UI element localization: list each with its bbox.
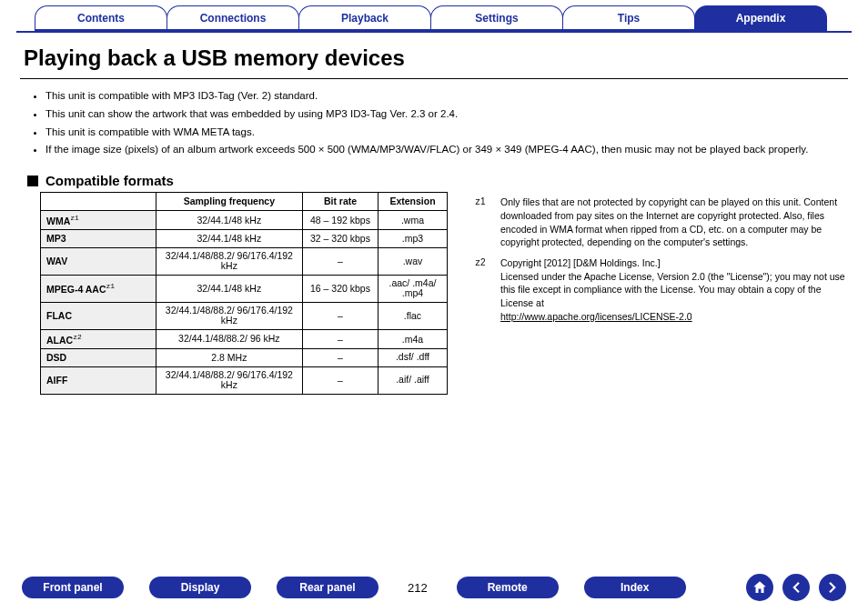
nav-rear-panel[interactable]: Rear panel xyxy=(277,577,378,598)
license-link[interactable]: http://www.apache.org/licenses/LICENSE-2… xyxy=(500,311,692,322)
footnote-text: Only files that are not protected by cop… xyxy=(500,196,848,249)
tab-contents[interactable]: Contents xyxy=(35,5,167,31)
page-number: 212 xyxy=(404,581,431,595)
tab-tips[interactable]: Tips xyxy=(562,5,695,31)
section-header: Compatible formats xyxy=(16,166,852,192)
tab-appendix[interactable]: Appendix xyxy=(694,5,827,31)
table-row: WMAz1 32/44.1/48 kHz48 – 192 kbps.wma xyxy=(41,210,448,229)
col-bitrate: Bit rate xyxy=(303,193,378,211)
footnotes: z1 Only files that are not protected by … xyxy=(475,192,848,394)
col-extension: Extension xyxy=(378,193,447,211)
footer-nav: Front panel Display Rear panel 212 Remot… xyxy=(0,574,868,601)
nav-remote[interactable]: Remote xyxy=(457,577,559,598)
table-row: FLAC 32/44.1/48/88.2/ 96/176.4/192 kHz–.… xyxy=(41,302,448,329)
col-sampling: Sampling frequency xyxy=(156,193,302,211)
table-row: DSD 2.8 MHz–.dsf/ .dff xyxy=(41,348,448,366)
footnote: z2 Copyright [2012] [D&M Holdings. Inc.]… xyxy=(475,256,848,323)
nav-front-panel[interactable]: Front panel xyxy=(22,577,124,598)
table-row: MP3 32/44.1/48 kHz32 – 320 kbps.mp3 xyxy=(41,229,448,247)
square-bullet-icon xyxy=(27,176,38,186)
top-tabs: Contents Connections Playback Settings T… xyxy=(16,5,852,33)
footnote-text: Copyright [2012] [D&M Holdings. Inc.]Lic… xyxy=(500,256,848,323)
tab-playback[interactable]: Playback xyxy=(298,5,431,31)
table-row: MPEG-4 AACz1 32/44.1/48 kHz16 – 320 kbps… xyxy=(41,275,448,302)
home-icon[interactable] xyxy=(746,574,773,601)
bullet-item: This unit can show the artwork that was … xyxy=(45,106,844,125)
nav-index[interactable]: Index xyxy=(584,577,686,598)
tab-settings[interactable]: Settings xyxy=(430,5,563,31)
bullet-item: If the image size (pixels) of an album a… xyxy=(45,142,844,160)
table-row: WAV 32/44.1/48/88.2/ 96/176.4/192 kHz–.w… xyxy=(41,247,448,275)
page-title: Playing back a USB memory devices xyxy=(16,33,852,78)
table-row: AIFF 32/44.1/48/88.2/ 96/176.4/192 kHz–.… xyxy=(41,366,448,394)
next-page-icon[interactable] xyxy=(819,574,846,601)
table-row: ALACz2 32/44.1/48/88.2/ 96 kHz–.m4a xyxy=(41,329,448,348)
table-header-row: Sampling frequency Bit rate Extension xyxy=(41,193,448,211)
section-label: Compatible formats xyxy=(45,173,174,188)
tab-connections[interactable]: Connections xyxy=(167,5,299,31)
prev-page-icon[interactable] xyxy=(782,574,810,601)
info-bullets: This unit is compatible with MP3 ID3-Tag… xyxy=(16,79,852,166)
bullet-item: This unit is compatible with MP3 ID3-Tag… xyxy=(45,88,844,106)
footnote: z1 Only files that are not protected by … xyxy=(475,196,848,249)
formats-table: Sampling frequency Bit rate Extension WM… xyxy=(40,192,448,394)
bullet-item: This unit is compatible with WMA META ta… xyxy=(45,125,844,143)
nav-display[interactable]: Display xyxy=(149,577,251,598)
